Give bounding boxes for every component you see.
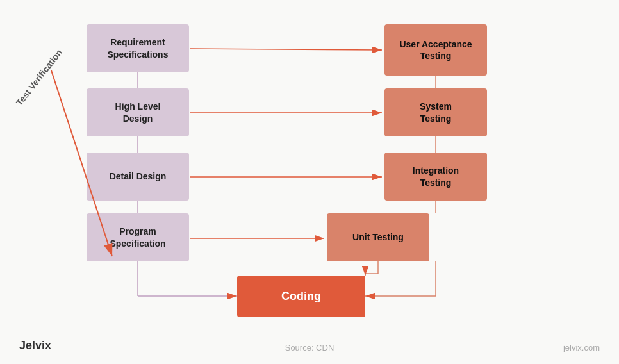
unit-testing-box: Unit Testing bbox=[327, 213, 429, 261]
uat-box: User Acceptance Testing bbox=[384, 24, 487, 76]
program-spec-box: Program Specification bbox=[87, 213, 189, 261]
coding-box: Coding bbox=[237, 276, 365, 317]
detail-design-box: Detail Design bbox=[87, 153, 189, 201]
integration-testing-box: Integration Testing bbox=[384, 153, 487, 201]
test-verification-label: Test Verification bbox=[14, 47, 65, 108]
system-testing-box: System Testing bbox=[384, 88, 487, 136]
high-level-design-box: High Level Design bbox=[87, 88, 189, 136]
website-label: jelvix.com bbox=[563, 343, 600, 352]
req-spec-box: Requirement Specifications bbox=[87, 24, 189, 72]
svg-line-2 bbox=[190, 49, 382, 50]
source-label: Source: CDN bbox=[285, 343, 334, 352]
diagram-container: Requirement Specifications High Level De… bbox=[0, 0, 619, 364]
brand-label: Jelvix bbox=[19, 339, 51, 352]
